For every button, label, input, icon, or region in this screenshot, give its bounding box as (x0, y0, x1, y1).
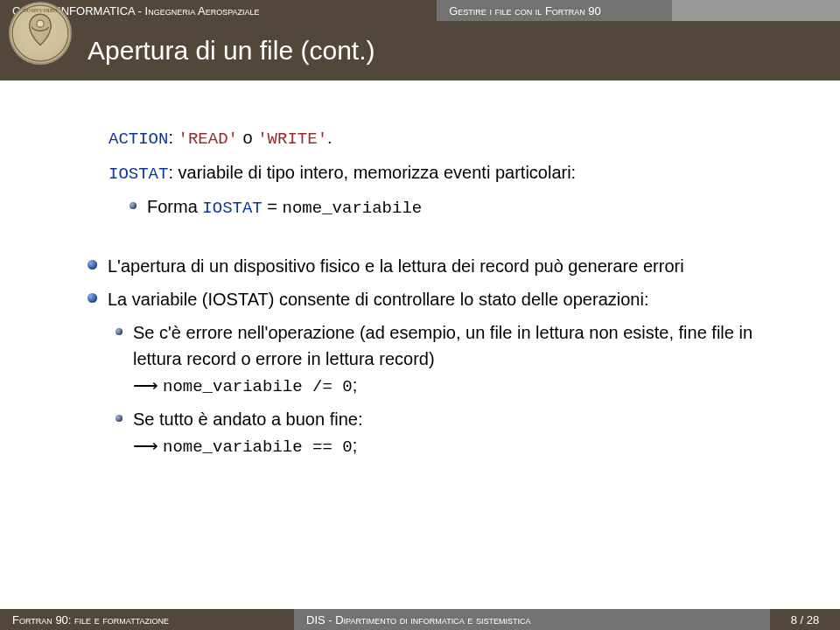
action-read-str: 'READ' (178, 130, 238, 149)
iostat-keyword: IOSTAT (108, 164, 168, 184)
slide-title-bar: Apertura di un file (cont.) (0, 21, 840, 80)
footer-left: Fortran 90: file e formattazione (0, 609, 294, 630)
slide-title: Apertura di un file (cont.) (88, 36, 375, 66)
slide-body: ACTION: 'READ' o 'WRITE'. IOSTAT: variab… (0, 80, 840, 460)
action-write-str: 'WRITE' (257, 130, 327, 149)
bullet-icon (88, 293, 97, 303)
bullet-1-row: L'apertura di un dispositivo fisico e la… (88, 253, 788, 279)
top-navline: Corso di INFORMATICA - Ingegneria Aerosp… (0, 0, 840, 21)
action-keyword: ACTION (108, 130, 168, 149)
bullet-2b-body: Se tutto è andato a buon fine: ⟶ nome_va… (133, 406, 362, 460)
university-seal-icon: DO·MVS·VRBIS (9, 2, 72, 65)
footer-left-text: Fortran 90: file e formattazione (12, 613, 169, 626)
bullet-2b-text: Se tutto è andato a buon fine: (133, 410, 362, 429)
iostat-form-eq: = (262, 197, 283, 216)
slide-footer: Fortran 90: file e formattazione DIS - D… (0, 609, 840, 630)
iostat-form-kw: IOSTAT (202, 199, 262, 218)
navline-section: Gestire i file con il Fortran 90 (437, 0, 672, 21)
bullet-2a-code: nome_variabile /= 0 (163, 377, 353, 396)
bullet-icon (130, 202, 136, 209)
bullet-1-text: L'apertura di un dispositivo fisico e la… (108, 253, 684, 279)
iostat-form-body: Forma IOSTAT = nome_variabile (147, 193, 422, 221)
svg-text:DO·MVS·VRBIS: DO·MVS·VRBIS (24, 8, 57, 13)
iostat-text: : variabile di tipo intero, memorizza ev… (168, 163, 576, 182)
iostat-form-row: Forma IOSTAT = nome_variabile (130, 193, 788, 221)
footer-mid: DIS - Dipartimento di informatica e sist… (294, 609, 770, 630)
action-colon: : (168, 128, 178, 147)
action-period: . (327, 128, 332, 147)
arrow-icon: ⟶ (133, 436, 163, 455)
bullet-2-text: La variabile (IOSTAT) consente di contro… (108, 286, 648, 312)
bullet-2-row: La variabile (IOSTAT) consente di contro… (88, 286, 788, 312)
bullet-2a-text: Se c'è errore nell'operazione (ad esempi… (133, 323, 752, 368)
bullet-2a-row: Se c'è errore nell'operazione (ad esempi… (116, 319, 788, 400)
svg-point-1 (37, 20, 44, 27)
bullet-2b-code: nome_variabile == 0 (163, 438, 353, 457)
spacer (88, 221, 788, 246)
bullet-2b-row: Se tutto è andato a buon fine: ⟶ nome_va… (116, 406, 788, 460)
bullet-icon (116, 415, 122, 422)
footer-mid-text: DIS - Dipartimento di informatica e sist… (306, 613, 530, 626)
navline-section-text: Gestire i file con il Fortran 90 (449, 4, 601, 18)
bullet-2a-semi: ; (353, 375, 358, 395)
iostat-form-var: nome_variabile (283, 199, 423, 218)
navline-tail (672, 0, 840, 21)
bullet-2b-semi: ; (353, 436, 358, 455)
arrow-icon: ⟶ (133, 375, 163, 395)
action-line: ACTION: 'READ' o 'WRITE'. (108, 124, 788, 152)
iostat-form-pre: Forma (147, 197, 202, 216)
bullet-2a-body: Se c'è errore nell'operazione (ad esempi… (133, 319, 788, 400)
bullet-icon (88, 260, 97, 270)
footer-page-text: 8 / 28 (791, 613, 820, 626)
bullet-icon (116, 328, 122, 335)
iostat-line: IOSTAT: variabile di tipo intero, memori… (108, 159, 788, 187)
footer-page: 8 / 28 (770, 609, 840, 630)
action-or: o (238, 128, 257, 147)
